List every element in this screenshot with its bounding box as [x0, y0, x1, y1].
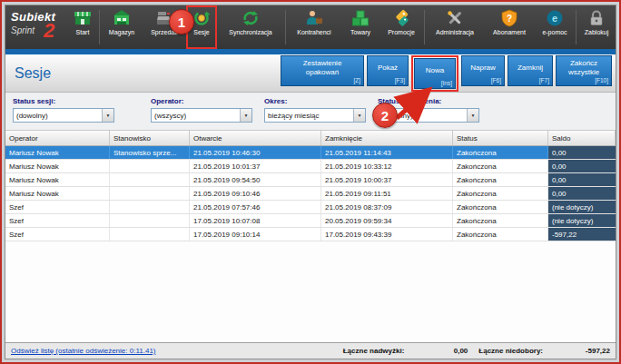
table-row[interactable]: Szef17.05.2019 10:07:0820.05.2019 09:59:…: [5, 214, 616, 228]
page-title: Sesje: [15, 65, 281, 82]
table-row[interactable]: Szef17.05.2019 09:10:1417.05.2019 09:43:…: [5, 228, 616, 241]
chevron-down-icon[interactable]: ▼: [467, 109, 478, 122]
cell-stanowisko: Stanowisko sprze...: [110, 146, 190, 159]
toolbar-item-kontrahenci[interactable]: Kontrahenci: [287, 5, 341, 49]
column-header-otwarcie[interactable]: Otwarcie: [190, 131, 321, 145]
toolbar-item-promocje[interactable]: Promocje: [380, 5, 423, 49]
app-logo: Subiekt Sprint 2: [5, 5, 67, 49]
shield-icon: ?: [500, 9, 518, 27]
button-label: Zamknij: [518, 64, 543, 72]
filter-label: Okres:: [264, 97, 378, 105]
filter-select-operator[interactable]: (wszyscy)▼: [151, 108, 252, 123]
filter-operator: Operator:(wszyscy)▼: [151, 97, 264, 130]
cell-operator: Szef: [5, 214, 110, 227]
pokaz-button[interactable]: Pokaż[F3]: [367, 55, 409, 86]
cell-stanowisko: [110, 160, 190, 172]
toolbar-item-synchronizacja[interactable]: Synchronizacja: [217, 5, 284, 49]
chevron-down-icon[interactable]: ▼: [240, 109, 251, 122]
table-row[interactable]: Szef21.05.2019 07:57:4621.05.2019 08:37:…: [5, 201, 616, 214]
status-bar: Odśwież listę (ostatnie odświeżenie: 0:1…: [5, 342, 616, 359]
button-shortcut: [F3]: [395, 77, 405, 84]
filter-select-okres[interactable]: bieżący miesiąc▼: [264, 108, 366, 123]
toolbar-item-label: Abonament: [493, 29, 526, 35]
warehouse-icon: [113, 9, 131, 27]
cell-operator: Mariusz Nowak: [5, 173, 110, 186]
column-header-saldo[interactable]: Saldo: [548, 131, 616, 145]
chevron-down-icon[interactable]: ▼: [102, 109, 113, 122]
cell-stanowisko: [110, 201, 190, 213]
toolbar-item-label: Administracja: [436, 29, 474, 35]
table-row[interactable]: Mariusz Nowak21.05.2019 09:10:4621.05.20…: [5, 187, 616, 201]
toolbar-item-towary[interactable]: Towary: [341, 5, 380, 49]
filter-select-status-sesji[interactable]: (dowolny)▼: [13, 108, 114, 123]
cell-otwarcie: 21.05.2019 10:46:30: [190, 146, 321, 159]
cell-zamkniecie: 21.05.2019 08:37:09: [321, 201, 453, 213]
button-shortcut: [F10]: [595, 77, 608, 84]
toolbar-item-magazyn[interactable]: Magazyn: [101, 5, 143, 49]
app-window: Subiekt Sprint 2 StartMagazynSprzedażSes…: [0, 0, 621, 364]
cell-status: Zakończona: [453, 146, 548, 159]
cell-operator: Szef: [5, 201, 110, 213]
cell-operator: Mariusz Nowak: [5, 160, 110, 172]
zamknij-button[interactable]: Zamknij[F7]: [508, 55, 553, 86]
goods-icon: [351, 9, 370, 27]
table-row[interactable]: Mariusz Nowak21.05.2019 09:54:5021.05.20…: [5, 173, 616, 187]
store-icon: [74, 9, 92, 27]
cell-saldo: -597,22: [548, 228, 616, 241]
filter-label: Status sesji:: [13, 97, 151, 105]
toolbar-item-label: Towary: [350, 29, 370, 35]
cell-zamkniecie: 21.05.2019 10:33:12: [321, 160, 453, 172]
cell-zamkniecie: 20.05.2019 09:59:34: [321, 214, 453, 227]
toolbar-item-start[interactable]: Start: [67, 5, 98, 49]
button-shortcut: [Ins]: [441, 80, 452, 86]
svg-text:e: e: [552, 13, 557, 24]
column-header-status[interactable]: Status: [453, 131, 548, 145]
cell-saldo: (nie dotyczy): [548, 201, 616, 213]
button-label: Pokaż: [378, 64, 398, 72]
toolbar-item-label: Zablokuj: [585, 29, 608, 35]
toolbar-item-zablokuj[interactable]: Zablokuj: [577, 5, 616, 49]
toolbar-item-e-pomoc[interactable]: ee-pomoc: [535, 5, 575, 49]
column-header-stanowisko[interactable]: Stanowisko: [110, 131, 190, 145]
cell-saldo: 0,00: [548, 173, 616, 186]
cell-saldo: 0,00: [548, 187, 616, 200]
button-label: Nowa: [426, 66, 444, 74]
table-row[interactable]: Mariusz NowakStanowisko sprze...21.05.20…: [5, 146, 616, 160]
toolbar-item-label: Kontrahenci: [297, 29, 330, 35]
zestawienie-opakowan-button[interactable]: Zestawienie opakowań[Z]: [281, 55, 364, 86]
cell-stanowisko: [110, 187, 190, 200]
refresh-link[interactable]: Odśwież listę (ostatnie odświeżenie: 0:1…: [11, 347, 156, 355]
cell-stanowisko: [110, 214, 190, 227]
annotation-step-1-badge: 1: [169, 9, 194, 34]
column-header-zamkniecie[interactable]: Zamknięcie: [321, 131, 453, 145]
button-label: Napraw: [470, 64, 496, 72]
button-shortcut: [F6]: [491, 77, 501, 84]
cell-status: Zakończona: [453, 173, 548, 186]
cell-operator: Mariusz Nowak: [5, 187, 110, 200]
cell-status: Zakończona: [453, 160, 548, 172]
cell-zamkniecie: 21.05.2019 11:14:43: [321, 146, 453, 159]
chevron-down-icon[interactable]: ▼: [353, 109, 365, 122]
napraw-button[interactable]: Napraw[F6]: [461, 55, 505, 86]
cell-status: Zakończona: [453, 187, 548, 200]
table-row[interactable]: Mariusz Nowak21.05.2019 10:01:3721.05.20…: [5, 160, 616, 173]
table-body: Mariusz NowakStanowisko sprze...21.05.20…: [5, 146, 616, 342]
tools-icon: [446, 9, 464, 27]
cell-operator: Szef: [5, 228, 110, 241]
button-wrap-zakoncz-wszystkie: Zakończ wszystkie[F10]: [556, 55, 612, 86]
lock-icon: [587, 9, 606, 27]
toolbar-item-abonament[interactable]: ?Abonament: [484, 5, 535, 49]
toolbar-item-label: Start: [76, 29, 90, 35]
button-wrap-zestawienie-opakowan: Zestawienie opakowań[Z]: [281, 55, 364, 86]
toolbar-item-label: e-pomoc: [542, 29, 567, 35]
zakoncz-wszystkie-button[interactable]: Zakończ wszystkie[F10]: [556, 55, 612, 86]
totals: Łączne nadwyżki: 0,00 Łączne niedobory: …: [343, 347, 610, 355]
cell-zamkniecie: 21.05.2019 09:11:51: [321, 187, 453, 200]
toolbar-item-administracja[interactable]: Administracja: [426, 5, 484, 49]
app-logo-version: 2: [44, 19, 54, 43]
cell-status: Zakończona: [453, 201, 548, 213]
toolbar-item-label: Sesje: [193, 29, 210, 35]
sessions-icon: [192, 9, 211, 27]
column-header-operator[interactable]: Operator: [5, 131, 110, 145]
toolbar-items: StartMagazynSprzedażSesjeSynchronizacjaK…: [67, 5, 616, 49]
